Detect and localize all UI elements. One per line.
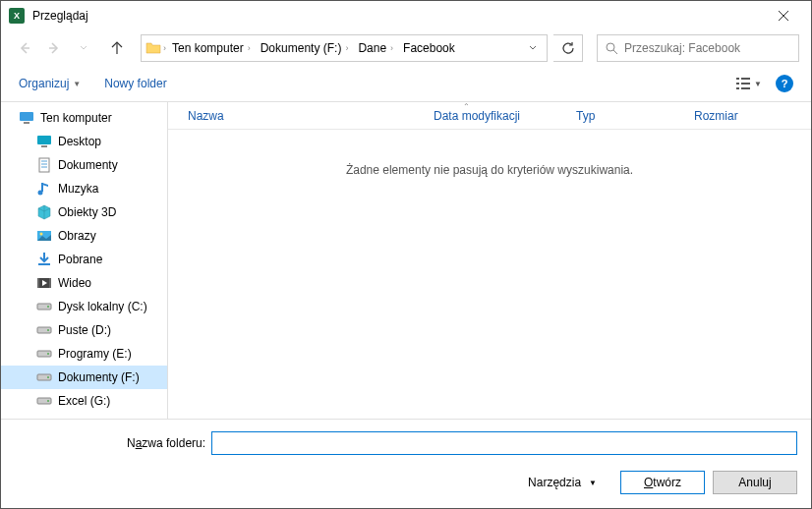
window-title: Przeglądaj [32,9,88,23]
tree-disk-c[interactable]: Dysk lokalny (C:) [1,295,167,318]
svg-point-19 [47,306,49,308]
crumb-facebook[interactable]: Facebook [399,39,459,57]
new-folder-button[interactable]: Nowy folder [104,77,166,90]
folder-icon [145,40,161,56]
svg-rect-6 [741,87,750,89]
folder-name-input[interactable] [211,431,797,455]
svg-rect-1 [736,78,739,80]
up-button[interactable] [105,36,129,60]
download-icon [36,252,52,267]
chevron-right-icon: › [163,43,166,53]
svg-point-0 [607,43,614,51]
tree-3dobjects[interactable]: Obiekty 3D [1,200,167,224]
col-name[interactable]: Nazwa [168,109,424,123]
navigation-tree[interactable]: Ten komputer Desktop Dokumenty Muzyka Ob… [1,102,168,435]
tree-documents[interactable]: Dokumenty [1,153,167,177]
address-bar[interactable]: › Ten komputer› Dokumenty (F:)› Dane› Fa… [141,34,548,62]
tree-thispc[interactable]: Ten komputer [1,106,167,130]
drive-icon [36,393,52,409]
organize-menu[interactable]: Organizuj▼ [19,77,81,90]
close-icon [779,11,788,21]
tools-menu[interactable]: Narzędzia▼ [528,476,597,489]
svg-rect-17 [49,278,51,288]
music-icon [36,181,52,197]
arrow-left-icon [18,41,31,55]
col-size[interactable]: Rozmiar [684,109,773,123]
folder-name-label: Nazwa folderu: [127,436,205,450]
drive-icon [36,322,52,338]
chevron-down-icon [80,44,87,52]
help-button[interactable]: ? [776,75,793,92]
search-icon [606,42,618,55]
drive-icon [36,346,52,362]
open-button[interactable]: Otwórz [620,471,705,494]
svg-rect-9 [37,136,51,144]
tree-videos[interactable]: Wideo [1,271,167,295]
svg-rect-4 [741,83,750,85]
svg-point-14 [40,233,43,236]
forward-button[interactable] [42,36,66,60]
search-input[interactable] [624,41,790,55]
svg-rect-5 [736,87,739,89]
tree-pictures[interactable]: Obrazy [1,224,167,248]
crumb-drive[interactable]: Dokumenty (F:)› [257,39,353,57]
svg-rect-7 [20,112,33,121]
drive-icon [36,299,52,314]
crumb-thispc[interactable]: Ten komputer› [168,39,255,57]
tree-disk-g[interactable]: Excel (G:) [1,389,167,413]
pictures-icon [36,228,52,244]
svg-rect-2 [741,78,750,80]
svg-point-25 [47,376,49,378]
tree-desktop[interactable]: Desktop [1,130,167,153]
svg-rect-3 [736,83,739,85]
view-options[interactable]: ▼ [736,77,762,90]
desktop-icon [36,134,52,149]
col-type[interactable]: Typ [566,109,684,123]
tree-downloads[interactable]: Pobrane [1,248,167,271]
view-icon [736,77,752,90]
search-box[interactable] [597,34,799,62]
recent-dropdown[interactable] [72,36,95,60]
sort-indicator-icon: ⌃ [463,102,470,111]
svg-rect-11 [39,158,49,172]
monitor-icon [19,110,34,126]
column-headers[interactable]: ⌃ Nazwa Data modyfikacji Typ Rozmiar [168,102,811,130]
drive-icon [36,369,52,385]
video-icon [36,275,52,291]
tree-disk-f[interactable]: Dokumenty (F:) [1,366,167,389]
svg-point-27 [47,400,49,402]
svg-rect-16 [37,278,39,288]
close-button[interactable] [764,1,803,30]
refresh-icon [561,41,575,55]
col-date[interactable]: Data modyfikacji [424,109,566,123]
address-dropdown[interactable] [523,41,543,55]
crumb-dane[interactable]: Dane› [354,39,397,57]
svg-rect-10 [41,145,47,147]
arrow-right-icon [47,41,61,55]
empty-message: Żadne elementy nie pasują do kryteriów w… [168,163,811,177]
back-button[interactable] [13,36,36,60]
documents-icon [36,157,52,173]
arrow-up-icon [110,41,124,55]
cancel-button[interactable]: Anuluj [713,471,797,494]
svg-point-23 [47,353,49,355]
excel-icon: X [9,8,25,24]
svg-point-21 [47,329,49,331]
refresh-button[interactable] [553,34,583,62]
cube-icon [36,204,52,220]
svg-point-12 [38,191,43,196]
svg-rect-8 [24,122,29,124]
tree-music[interactable]: Muzyka [1,177,167,200]
tree-disk-e[interactable]: Programy (E:) [1,342,167,366]
tree-disk-d[interactable]: Puste (D:) [1,318,167,342]
